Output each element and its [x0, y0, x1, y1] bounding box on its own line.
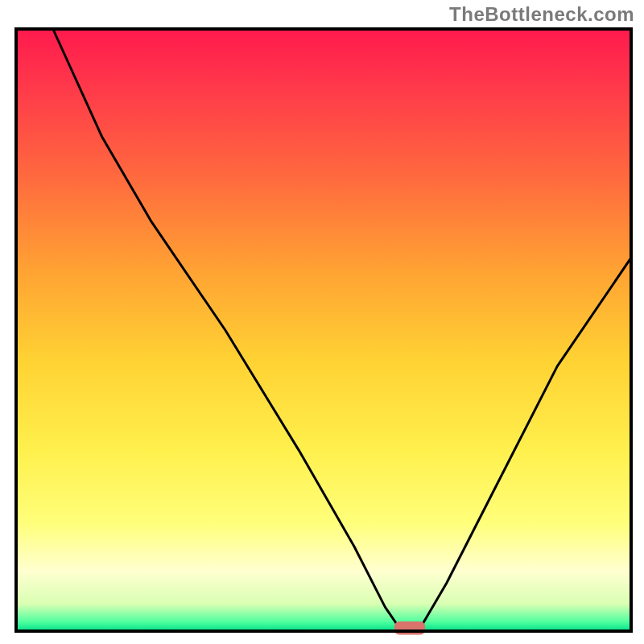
chart-container: TheBottleneck.com: [0, 0, 644, 644]
watermark-label: TheBottleneck.com: [449, 3, 634, 26]
svg-rect-0: [16, 29, 631, 631]
svg-rect-1: [394, 621, 425, 635]
bottleneck-chart: [0, 0, 644, 644]
